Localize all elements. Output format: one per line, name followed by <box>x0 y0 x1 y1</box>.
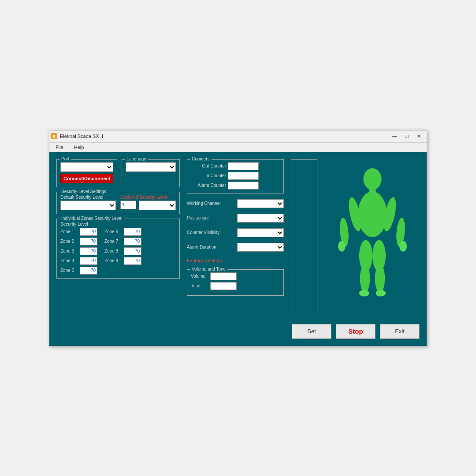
minimize-button[interactable]: — <box>389 132 400 141</box>
zone-4-row: Zone 4 <box>60 257 97 265</box>
zone-5-row: Zone 5 <box>60 267 97 275</box>
zone-7-label: Zone 7 <box>104 239 122 244</box>
menubar: File Help <box>49 143 427 152</box>
declared-security-sub-row <box>120 201 176 210</box>
tone-label: Tone <box>191 283 208 288</box>
svg-point-2 <box>358 191 387 237</box>
working-channel-row: Working Channel <box>187 199 284 208</box>
app-icon: E <box>51 133 57 139</box>
pas-sensor-label: Pas sensor <box>187 216 235 220</box>
default-security-col: Default Security Level <box>60 195 116 210</box>
sensor-box <box>291 159 317 315</box>
middle-panel: Counters Out Counter In Counter Alarm Co… <box>187 159 284 315</box>
svg-point-10 <box>360 264 370 293</box>
zone-3-input[interactable] <box>80 247 97 255</box>
volume-tone-legend: Volume and Tone <box>190 267 227 271</box>
svg-point-5 <box>338 241 346 251</box>
body-figure-area <box>325 159 420 315</box>
set-button[interactable]: Set <box>292 324 331 339</box>
alarm-duration-row: Alarm Duration <box>187 243 284 252</box>
zone-4-label: Zone 4 <box>60 258 78 263</box>
zone-8-label: Zone 8 <box>104 249 122 253</box>
security-level-row: Default Security Level Declared Security… <box>60 195 176 210</box>
svg-point-13 <box>375 264 385 293</box>
zone-6-input[interactable] <box>124 228 141 236</box>
zone-9-input[interactable] <box>124 257 141 265</box>
zone-7-input[interactable] <box>124 238 141 245</box>
declared-security-input[interactable] <box>120 201 136 209</box>
declared-security-select[interactable] <box>139 201 176 210</box>
close-button[interactable]: ✕ <box>413 132 425 141</box>
zone-4-input[interactable] <box>80 257 97 265</box>
zone-2-row: Zone 2 <box>60 238 97 245</box>
exit-button[interactable]: Exit <box>380 324 420 339</box>
working-channel-select[interactable] <box>237 199 284 208</box>
svg-point-11 <box>359 290 369 296</box>
factory-settings-link[interactable]: Factory Settings <box>187 258 284 263</box>
zone-6-row: Zone 6 <box>104 228 141 236</box>
zone-8-input[interactable] <box>124 247 141 255</box>
menu-help[interactable]: Help <box>71 144 87 151</box>
declared-security-col: Declared Security Level <box>120 195 176 210</box>
port-language-row: Port Connect/Disconnect Language <box>56 159 180 187</box>
zone-8-row: Zone 8 <box>104 247 141 255</box>
language-select[interactable] <box>126 162 176 172</box>
connect-disconnect-button[interactable]: Connect/Disconnect <box>60 174 113 183</box>
counter-visibility-select[interactable] <box>237 228 284 237</box>
volume-tone-fieldset: Volume and Tone Volume Tone <box>187 269 284 296</box>
zone-5-label: Zone 5 <box>60 268 78 273</box>
out-counter-label: Out Counter <box>191 164 226 168</box>
port-select[interactable] <box>60 162 113 172</box>
zone-9-label: Zone 9 <box>104 258 122 263</box>
port-legend: Port <box>60 156 71 161</box>
zones-grid: Zone 1 Zone 2 Zone 3 <box>60 228 176 275</box>
zone-5-input[interactable] <box>80 267 97 275</box>
stop-button[interactable]: Stop <box>336 324 376 339</box>
alarm-duration-select[interactable] <box>237 243 284 252</box>
zone-3-row: Zone 3 <box>60 247 97 255</box>
right-panel <box>291 159 420 315</box>
alarm-counter-label: Alarm Counter <box>191 183 226 188</box>
volume-input[interactable] <box>210 272 237 280</box>
zone-6-label: Zone 6 <box>104 229 122 234</box>
titlebar: E Elektral Scada SX -i — □ ✕ <box>49 130 427 143</box>
pas-sensor-select[interactable] <box>237 214 284 223</box>
zones-right-col: Zone 6 Zone 7 Zone 8 <box>104 228 141 275</box>
zone-1-label: Zone 1 <box>60 229 78 234</box>
port-fieldset: Port Connect/Disconnect <box>56 159 117 187</box>
default-security-select[interactable] <box>60 201 116 210</box>
out-counter-input[interactable] <box>228 162 259 170</box>
zone-2-input[interactable] <box>80 238 97 245</box>
alarm-counter-input[interactable] <box>228 182 259 190</box>
restore-button[interactable]: □ <box>401 132 413 141</box>
zone-1-input[interactable] <box>80 228 97 236</box>
titlebar-controls: — □ ✕ <box>389 132 425 141</box>
zones-left-col: Zone 1 Zone 2 Zone 3 <box>60 228 97 275</box>
main-content: Port Connect/Disconnect Language <box>49 152 427 346</box>
top-area: Port Connect/Disconnect Language <box>56 159 420 315</box>
default-security-label: Default Security Level <box>60 195 116 200</box>
in-counter-row: In Counter <box>191 172 280 180</box>
main-window: E Elektral Scada SX -i — □ ✕ File Help P… <box>49 130 427 346</box>
menu-file[interactable]: File <box>53 144 66 151</box>
tone-input[interactable] <box>210 282 237 290</box>
security-level-fieldset: Security Level Settings Default Security… <box>56 192 180 214</box>
titlebar-left: E Elektral Scada SX -i <box>51 133 103 139</box>
alarm-duration-label: Alarm Duration <box>187 245 235 249</box>
counters-legend: Counters <box>190 156 212 161</box>
pas-sensor-row: Pas sensor <box>187 214 284 223</box>
individual-zones-legend: Individual Zones Security Level <box>60 216 124 221</box>
volume-label: Volume <box>191 274 208 279</box>
security-level-legend: Security Level Settings <box>60 189 108 194</box>
in-counter-input[interactable] <box>228 172 259 180</box>
declared-security-label: Declared Security Level <box>120 195 176 200</box>
individual-zones-fieldset: Individual Zones Security Level Security… <box>56 219 180 279</box>
tone-row: Tone <box>191 282 280 290</box>
svg-point-14 <box>376 290 386 296</box>
counter-visibility-row: Counter Visibility <box>187 228 284 237</box>
counter-visibility-label: Counter Visibility <box>187 230 235 235</box>
left-panel: Port Connect/Disconnect Language <box>56 159 180 315</box>
volume-row: Volume <box>191 272 280 280</box>
out-counter-row: Out Counter <box>191 162 280 170</box>
body-figure-svg <box>333 167 412 308</box>
